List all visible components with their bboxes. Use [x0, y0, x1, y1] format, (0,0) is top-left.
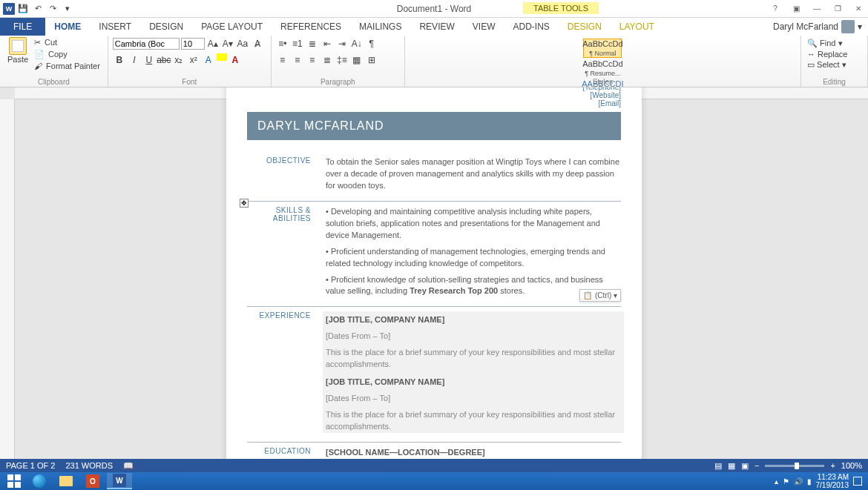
shading-icon[interactable]: ▦: [350, 53, 364, 67]
tab-home[interactable]: HOME: [45, 19, 90, 35]
grow-font-icon[interactable]: A▴: [206, 37, 220, 50]
group-clipboard: Paste ✂ Cut 📄 Copy 🖌 Format Painter Clip…: [0, 36, 108, 87]
restore-icon[interactable]: ❐: [828, 1, 847, 16]
find-button[interactable]: 🔍 Find ▾: [807, 39, 861, 48]
clear-format-icon[interactable]: A̷: [251, 37, 264, 50]
align-center-icon[interactable]: ≡: [291, 53, 304, 67]
quick-access-toolbar: W 💾 ↶ ↷ ▾: [0, 2, 77, 16]
justify-icon[interactable]: ≣: [320, 53, 334, 67]
multilevel-icon[interactable]: ≣: [306, 37, 319, 50]
tab-view[interactable]: VIEW: [464, 19, 504, 35]
ribbon-collapse-icon[interactable]: ▣: [786, 1, 806, 16]
tab-mailings[interactable]: MAILINGS: [350, 19, 410, 35]
cut-button[interactable]: ✂ Cut: [33, 37, 103, 48]
style-normal[interactable]: AaBbCcDd¶ Normal: [583, 39, 622, 58]
window-controls: ? ▣ — ❐ ✕: [766, 1, 868, 16]
bold-icon[interactable]: B: [113, 53, 126, 67]
decrease-indent-icon[interactable]: ⇤: [320, 37, 334, 50]
save-icon[interactable]: 💾: [16, 2, 30, 16]
tab-addins[interactable]: ADD-INS: [504, 19, 558, 35]
qat-customize-icon[interactable]: ▾: [61, 2, 74, 16]
word-app-icon[interactable]: W: [3, 3, 15, 15]
bullets-icon[interactable]: ≡•: [276, 37, 289, 50]
group-label: Font: [108, 78, 271, 86]
ribbon: Paste ✂ Cut 📄 Copy 🖌 Format Painter Clip…: [0, 36, 868, 87]
tab-references[interactable]: REFERENCES: [272, 19, 350, 35]
group-label: Paragraph: [272, 78, 404, 86]
user-badge[interactable]: Daryl McFarland ▾: [767, 17, 868, 36]
chevron-down-icon: ▾: [858, 21, 862, 32]
tab-insert[interactable]: INSERT: [90, 19, 140, 35]
superscript-icon[interactable]: x²: [187, 53, 200, 67]
font-size-input[interactable]: [181, 38, 205, 50]
group-editing: 🔍 Find ▾ ↔ Replace ▭ Select ▾ Editing: [801, 36, 868, 87]
highlight-icon[interactable]: [217, 53, 227, 61]
sort-icon[interactable]: A↓: [350, 37, 364, 50]
borders-icon[interactable]: ⊞: [365, 53, 378, 67]
replace-button[interactable]: ↔ Replace: [807, 50, 861, 59]
tab-table-design[interactable]: DESIGN: [559, 19, 611, 35]
group-label: Editing: [801, 78, 867, 86]
tab-table-layout[interactable]: LAYOUT: [611, 19, 663, 35]
increase-indent-icon[interactable]: ⇥: [335, 37, 349, 50]
close-icon[interactable]: ✕: [849, 1, 868, 16]
italic-icon[interactable]: I: [128, 53, 141, 67]
select-button[interactable]: ▭ Select ▾: [807, 60, 861, 70]
tab-review[interactable]: REVIEW: [410, 19, 463, 35]
clipboard-side: ✂ Cut 📄 Copy 🖌 Format Painter: [33, 37, 103, 78]
paste-icon: [9, 37, 27, 55]
minimize-icon[interactable]: —: [807, 1, 826, 16]
group-paragraph: ≡• ≡1 ≣ ⇤ ⇥ A↓ ¶ ≡ ≡ ≡ ≣ ‡≡ ▦ ⊞ Paragrap…: [272, 36, 405, 87]
group-label: Clipboard: [0, 78, 108, 86]
avatar: [841, 20, 855, 33]
align-right-icon[interactable]: ≡: [306, 53, 319, 67]
document-title: Document1 - Word: [397, 4, 471, 14]
copy-button[interactable]: 📄 Copy: [33, 49, 103, 60]
user-name: Daryl McFarland: [773, 21, 838, 32]
strike-icon[interactable]: abc: [157, 53, 171, 67]
subscript-icon[interactable]: x₂: [172, 53, 185, 67]
align-left-icon[interactable]: ≡: [276, 53, 289, 67]
show-marks-icon[interactable]: ¶: [365, 37, 378, 50]
undo-icon[interactable]: ↶: [31, 2, 45, 16]
redo-icon[interactable]: ↷: [46, 2, 59, 16]
font-name-input[interactable]: [113, 38, 180, 50]
style-resume[interactable]: AaBbCcDd¶ Resume...: [583, 59, 622, 78]
font-color-icon[interactable]: A: [228, 53, 242, 67]
group-label: Styles: [405, 78, 800, 86]
group-font: A▴ A▾ Aa A̷ B I U abc x₂ x² A A Font: [108, 36, 272, 87]
change-case-icon[interactable]: Aa: [236, 37, 249, 50]
underline-icon[interactable]: U: [142, 53, 156, 67]
title-bar: W 💾 ↶ ↷ ▾ Document1 - Word TABLE TOOLS ?…: [0, 0, 868, 18]
tab-file[interactable]: FILE: [0, 18, 45, 36]
paste-button[interactable]: Paste: [4, 37, 31, 78]
shrink-font-icon[interactable]: A▾: [221, 37, 234, 50]
group-styles: AaBbCcDd¶ Normal AaBbCcDd¶ Resume... AAB…: [405, 36, 801, 87]
format-painter-button[interactable]: 🖌 Format Painter: [33, 61, 103, 71]
ribbon-tabs: FILE HOME INSERT DESIGN PAGE LAYOUT REFE…: [0, 18, 868, 36]
table-tools-badge: TABLE TOOLS: [523, 2, 599, 14]
numbering-icon[interactable]: ≡1: [291, 37, 304, 50]
tab-page-layout[interactable]: PAGE LAYOUT: [192, 19, 272, 35]
help-icon[interactable]: ?: [766, 1, 785, 16]
tab-design[interactable]: DESIGN: [140, 19, 192, 35]
line-spacing-icon[interactable]: ‡≡: [335, 53, 349, 67]
text-effects-icon[interactable]: A: [202, 53, 215, 67]
